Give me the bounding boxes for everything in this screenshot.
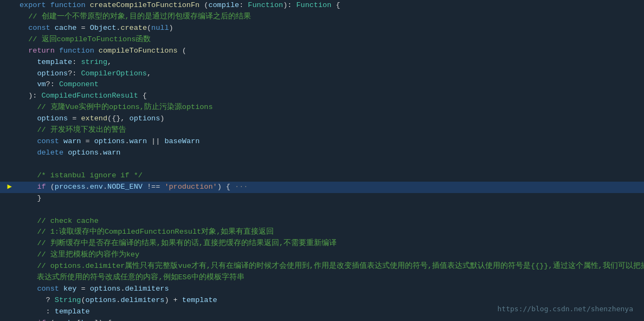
code-line: /* istanbul ignore if */ [0, 170, 644, 182]
code-text: options = extend({}, options) [16, 113, 164, 125]
code-line: // 返回compileToFunctions函数 [0, 34, 644, 46]
code-text: 表达式所使用的符号改成任意的内容,例如ES6中的模板字符串 [16, 272, 244, 284]
code-text [16, 204, 24, 216]
code-text: export function createCompileToFunctionF… [16, 0, 340, 11]
watermark: https://blog.csdn.net/shenzhenya [498, 304, 633, 314]
code-line: // 判断缓存中是否存在编译的结果,如果有的话,直接把缓存的结果返回,不需要重新… [0, 238, 644, 249]
code-text: // options.delimiter属性只有完整版vue才有,只有在编译的时… [16, 261, 644, 272]
code-line-highlighted: ▶ if (process.env.NODE_ENV !== 'producti… [0, 182, 644, 193]
code-text: : template [16, 306, 90, 318]
code-line: if (cache[key]) { [0, 318, 644, 321]
code-text: // 1:读取缓存中的CompiledFunctionResult对象,如果有直… [16, 227, 274, 238]
code-line [0, 204, 644, 216]
code-line: 表达式所使用的符号改成任意的内容,例如ES6中的模板字符串 [0, 272, 644, 284]
code-text: return function compileToFunctions ( [16, 46, 186, 57]
code-text: // check cache [16, 216, 99, 227]
code-line: const warn = options.warn || baseWarn [0, 136, 644, 147]
code-text: const key = options.delimiters [16, 284, 169, 295]
code-editor: export function createCompileToFunctionF… [0, 0, 644, 321]
code-line: const key = options.delimiters [0, 284, 644, 295]
code-line: delete options.warn [0, 147, 644, 159]
code-line: options?: CompilerOptions, [0, 68, 644, 80]
code-line: } [0, 193, 644, 204]
code-line: export function createCompileToFunctionF… [0, 0, 644, 11]
code-text: delete options.warn [16, 147, 120, 159]
code-line: // options.delimiter属性只有完整版vue才有,只有在编译的时… [0, 261, 644, 272]
code-text: // 开发环境下发出的警告 [16, 125, 126, 136]
code-text: if (process.env.NODE_ENV !== 'production… [16, 182, 248, 193]
code-text: // 创建一个不带原型的对象,目的是通过闭包缓存编译之后的结果 [16, 11, 251, 23]
code-text: ? String(options.delimiters) + template [16, 295, 217, 306]
code-text: if (cache[key]) { [16, 318, 112, 321]
code-line: // 这里把模板的内容作为key [0, 249, 644, 261]
code-text: // 这里把模板的内容作为key [16, 249, 139, 261]
code-text: options?: CompilerOptions, [16, 68, 151, 80]
code-line: const cache = Object.create(null) [0, 23, 644, 34]
code-line: template: string, [0, 57, 644, 68]
code-line: // 克隆Vue实例中的options,防止污染源options [0, 102, 644, 113]
code-text: vm?: Component [16, 79, 99, 91]
code-text: /* istanbul ignore if */ [16, 170, 143, 182]
code-text: } [16, 193, 42, 204]
code-text: const cache = Object.create(null) [16, 23, 173, 34]
code-line: options = extend({}, options) [0, 113, 644, 125]
line-gutter-arrow: ▶ [0, 181, 15, 193]
code-line: // 创建一个不带原型的对象,目的是通过闭包缓存编译之后的结果 [0, 11, 644, 23]
code-text: // 克隆Vue实例中的options,防止污染源options [16, 102, 213, 113]
code-line: // check cache [0, 216, 644, 227]
code-text: ): CompiledFunctionResult { [16, 91, 147, 102]
code-line: return function compileToFunctions ( [0, 46, 644, 57]
code-text: // 判断缓存中是否存在编译的结果,如果有的话,直接把缓存的结果返回,不需要重新… [16, 238, 337, 249]
code-text [16, 159, 24, 170]
code-line: // 开发环境下发出的警告 [0, 125, 644, 136]
code-line [0, 159, 644, 170]
code-line: vm?: Component [0, 79, 644, 91]
code-text: template: string, [16, 57, 112, 68]
code-text: const warn = options.warn || baseWarn [16, 136, 199, 147]
code-line: // 1:读取缓存中的CompiledFunctionResult对象,如果有直… [0, 227, 644, 238]
code-text: // 返回compileToFunctions函数 [16, 34, 151, 46]
code-line: ): CompiledFunctionResult { [0, 91, 644, 102]
